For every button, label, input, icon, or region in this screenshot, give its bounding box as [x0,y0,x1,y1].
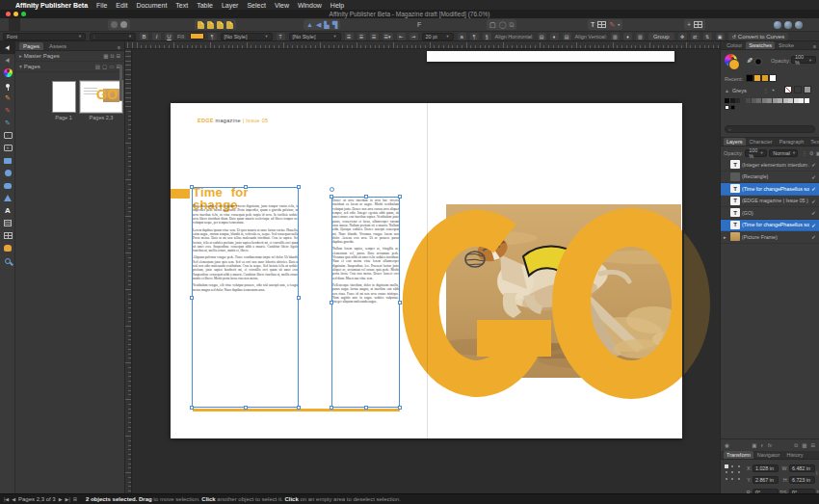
recent-swatch[interactable] [753,74,761,82]
selection-frame-column-2[interactable] [331,197,400,408]
menu-edit[interactable]: Edit [116,2,127,9]
flip-horizontal-icon[interactable]: ⇄ [691,33,700,40]
justify-icon[interactable]: ☰▾ [383,33,393,40]
move-to-back-icon[interactable]: ▜ [332,21,337,28]
grid-icon[interactable] [694,21,702,28]
add-spread-icon[interactable]: ▭ [109,64,114,69]
duplicate-page-icon[interactable] [217,21,224,29]
add-single-page-icon[interactable]: ▢ [102,64,107,69]
fill-swatch[interactable] [190,33,204,40]
move-forward-icon[interactable]: ◀ [316,21,321,28]
menu-select[interactable]: Select [247,2,265,9]
page-grid-icon[interactable]: ⊞ [73,496,77,502]
selection-handle[interactable] [364,406,368,410]
add-page-icon[interactable] [198,21,204,29]
grey-swatch[interactable] [767,98,772,103]
add-master-icon[interactable]: ▦ [103,53,108,59]
menu-file[interactable]: File [96,2,107,9]
layer-visibility-check[interactable]: ✓ [811,173,816,180]
layer-visibility-check[interactable]: ✓ [811,161,816,168]
adjustments-icon[interactable]: ◐ [760,442,763,448]
pages-scrollbar[interactable] [119,65,122,101]
recent-swatch[interactable] [769,74,777,82]
recent-swatch[interactable] [761,74,769,82]
bold-button[interactable]: B [140,33,148,40]
table-icon[interactable] [597,21,606,28]
table-tool[interactable] [0,229,15,242]
frame-text-tool[interactable] [0,217,15,229]
selection-handle[interactable] [297,185,301,189]
rounded-rectangle-tool[interactable] [0,179,15,192]
swatches-panel-menu-icon[interactable]: ≡ [813,43,816,49]
group-button[interactable]: Group [648,33,674,40]
pen-dropdown-icon[interactable]: ▾ [618,23,620,27]
grey-swatch[interactable] [741,98,746,103]
anchor-point-selector[interactable] [725,464,740,480]
colour-wheel-icon[interactable] [725,54,740,69]
layer-row[interactable]: T(Time for changePhasellus soda)✓ [721,183,819,196]
grey-swatch[interactable] [805,98,809,103]
node-tool[interactable]: ➤ [0,54,15,66]
tab-navigator[interactable]: Navigator [754,451,783,459]
palette-cycle-icon[interactable]: ◔ [771,87,775,93]
headline-accent-bar[interactable] [171,189,190,199]
selection-handle[interactable] [330,301,333,305]
pages-view-icon[interactable]: ⧉ [509,21,514,28]
duplicate-master-icon[interactable]: ⧉ [110,53,114,60]
align-right-icon[interactable]: ☰ [370,33,379,40]
menu-document[interactable]: Document [136,2,167,9]
grey-swatch[interactable] [788,98,793,103]
collapse-arrow-icon[interactable]: ▸ [19,53,22,59]
grey-swatch[interactable] [778,98,782,103]
italic-button[interactable]: I [152,33,161,40]
spread-pages-2-3[interactable]: EDGE magazine | Issue 05 Time for change… [171,103,682,438]
lock-icon[interactable]: ▣ [716,33,725,40]
expand-arrow-icon[interactable]: ▾ [19,64,22,69]
new-document-icon[interactable]: ▢ [489,21,496,28]
rotate-icon[interactable]: ◯ [499,21,507,28]
tab-paragraph[interactable]: Paragraph [777,138,807,146]
image-adjustments-icon[interactable]: ▣ [752,442,756,448]
triangle-tool[interactable] [0,192,15,204]
swatch-search-input[interactable]: ⌕ [725,125,815,133]
canvas-area[interactable]: EDGE magazine | Issue 05 Time for change… [125,41,720,493]
pen-tool[interactable]: ✎ [0,92,15,104]
palette-type-icon[interactable]: ▲ [725,88,729,93]
leading-dropdown[interactable]: 20 pt▼ [422,33,454,40]
tab-text-styles[interactable]: Text Styles [807,138,819,146]
first-page-icon[interactable]: |◀ [4,496,9,502]
transform-x-field[interactable]: X:1.028 in [744,464,779,472]
tab-stroke[interactable]: Stroke [776,41,797,49]
palette-menu-icon[interactable]: ⋮ [763,88,769,93]
align-v-top-icon[interactable]: ▥ [611,33,620,40]
layer-row[interactable]: T(EDGE magazine | Issue 05 )✓ [721,196,819,208]
magazine-header[interactable]: EDGE magazine | Issue 05 [198,118,268,123]
blend-mode-dropdown[interactable]: Normal▼ [769,149,798,157]
delete-master-icon[interactable]: ⊟ [116,53,120,59]
settings-gear-icon[interactable]: ◉ [725,442,729,448]
opacity-dropdown[interactable]: 100 %▼ [791,56,816,64]
align-center-icon[interactable]: ☰ [357,33,366,40]
selection-handle[interactable] [330,406,333,410]
grey-swatch[interactable] [730,98,735,103]
align-v-middle-icon[interactable]: ♦ [623,33,632,40]
move-anchor-icon[interactable]: ✥ [678,33,687,40]
tab-assets[interactable]: Assets [45,42,70,50]
photo-persona-button[interactable] [34,16,41,34]
fx-icon[interactable]: fx [768,442,772,448]
page-1-bottom-edge[interactable] [427,51,674,62]
colour-picker-tool[interactable] [0,79,15,92]
menu-table[interactable]: Table [197,2,213,9]
move-backward-icon[interactable]: ▙ [324,21,329,28]
show-fields-button[interactable]: § [483,33,491,40]
grey-swatch[interactable] [794,98,799,103]
tab-history[interactable]: History [783,451,806,459]
artistic-text-tool[interactable]: A [0,204,15,217]
tab-transform[interactable]: Transform [724,451,753,459]
pages-2-3-thumbnail[interactable]: GO Pages 2,3 [79,81,123,120]
pencil-tool[interactable]: ✎ [0,104,15,117]
character-mark-icon[interactable]: T [277,33,285,40]
selection-handle[interactable] [364,195,368,199]
align-h-right-icon[interactable]: ▤ [563,33,571,40]
vertical-ruler[interactable] [125,49,132,493]
